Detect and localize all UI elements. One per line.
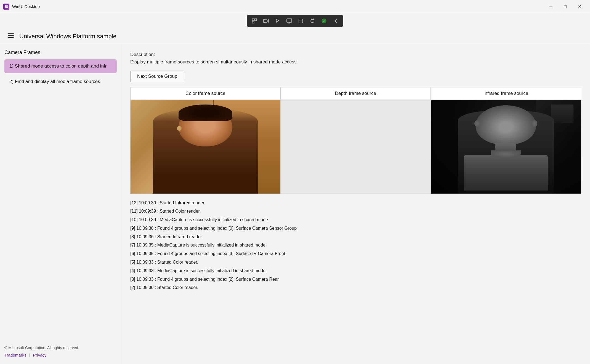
log-entry: [11] 10:09:39 : Started Color reader.	[130, 207, 581, 216]
tb-cursor-button[interactable]	[272, 16, 283, 26]
infrared-frame-content	[431, 100, 581, 194]
log-entry: [12] 10:09:39 : Started Infrared reader.	[130, 199, 581, 207]
titlebar-controls: ─ □ ✕	[544, 0, 587, 13]
infrared-frame-header: Infrared frame source	[431, 87, 581, 100]
log-entry: [4] 10:09:33 : MediaCapture is successfu…	[130, 267, 581, 275]
sidebar-footer: © Microsoft Corporation. All rights rese…	[4, 346, 117, 360]
svg-rect-9	[299, 19, 303, 23]
close-button[interactable]: ✕	[572, 0, 587, 13]
svg-rect-2	[5, 7, 6, 8]
sidebar-section-title: Camera Frames	[4, 50, 117, 55]
sidebar: Camera Frames 1) Shared mode access to c…	[0, 44, 121, 364]
sidebar-content: Camera Frames 1) Shared mode access to c…	[4, 50, 117, 90]
sidebar-item-1[interactable]: 1) Shared mode access to color, depth an…	[4, 59, 117, 73]
log-entry: [2] 10:09:30 : Started Color reader.	[130, 283, 581, 292]
log-entry: [10] 10:09:39 : MediaCapture is successf…	[130, 216, 581, 224]
tb-display-button[interactable]	[284, 16, 295, 26]
log-entry: [5] 10:09:33 : Started Color reader.	[130, 258, 581, 267]
tb-check-button[interactable]	[318, 16, 329, 26]
titlebar-left: WinUI Desktop	[3, 4, 40, 10]
footer-links: Trademarks | Privacy	[4, 353, 117, 357]
titlebar-title: WinUI Desktop	[12, 4, 40, 9]
minimize-button[interactable]: ─	[544, 0, 558, 13]
maximize-button[interactable]: □	[558, 0, 572, 13]
svg-rect-7	[264, 19, 267, 23]
svg-rect-8	[287, 19, 292, 22]
toolbar	[0, 13, 590, 29]
depth-frame-column: Depth frame source	[281, 87, 431, 194]
frames-grid: Color frame source	[130, 87, 581, 194]
app-header: Universal Windows Platform sample	[0, 29, 590, 44]
log-area: [12] 10:09:39 : Started Infrared reader.…	[130, 199, 581, 292]
toolbar-inner	[247, 15, 343, 27]
trademarks-link[interactable]: Trademarks	[4, 353, 26, 357]
log-entry: [3] 10:09:33 : Found 4 groups and select…	[130, 275, 581, 284]
svg-rect-4	[252, 19, 254, 21]
svg-rect-3	[6, 7, 8, 8]
svg-rect-0	[5, 5, 6, 7]
log-entry: [8] 10:09:36 : Started Infrared reader.	[130, 233, 581, 241]
color-frame-header: Color frame source	[131, 87, 280, 100]
content-area: Description: Display multiple frame sour…	[121, 44, 590, 364]
next-source-group-button[interactable]: Next Source Group	[130, 71, 184, 82]
app-title: Universal Windows Platform sample	[19, 33, 116, 40]
description-section: Description: Display multiple frame sour…	[130, 52, 581, 66]
color-frame-column: Color frame source	[131, 87, 281, 194]
description-text: Display multiple frame sources to screen…	[130, 58, 581, 66]
hamburger-button[interactable]	[7, 32, 15, 41]
log-entry: [6] 10:09:35 : Found 4 groups and select…	[130, 250, 581, 258]
footer-copyright: © Microsoft Corporation. All rights rese…	[4, 346, 117, 350]
sidebar-item-2[interactable]: 2) Find and display all media frame sour…	[4, 75, 117, 89]
privacy-link[interactable]: Privacy	[33, 353, 46, 357]
svg-rect-5	[255, 19, 257, 21]
tb-camera-button[interactable]	[261, 16, 272, 26]
infrared-frame-column: Infrared frame source	[431, 87, 581, 194]
tb-window-button[interactable]	[295, 16, 306, 26]
tb-frames-button[interactable]	[249, 16, 260, 26]
app-icon	[3, 4, 9, 10]
main-layout: Camera Frames 1) Shared mode access to c…	[0, 44, 590, 364]
titlebar: WinUI Desktop ─ □ ✕	[0, 0, 590, 13]
color-frame-content	[131, 100, 280, 194]
tb-refresh-button[interactable]	[307, 16, 318, 26]
svg-point-10	[322, 19, 326, 23]
description-label: Description:	[130, 52, 155, 57]
log-entry: [9] 10:09:38 : Found 4 groups and select…	[130, 224, 581, 233]
svg-rect-1	[6, 5, 8, 7]
depth-frame-header: Depth frame source	[281, 87, 430, 100]
svg-rect-6	[252, 21, 254, 23]
depth-frame-content	[281, 100, 430, 194]
footer-separator: |	[29, 353, 30, 357]
log-entry: [7] 10:09:35 : MediaCapture is successfu…	[130, 241, 581, 250]
tb-back-button[interactable]	[330, 16, 341, 26]
